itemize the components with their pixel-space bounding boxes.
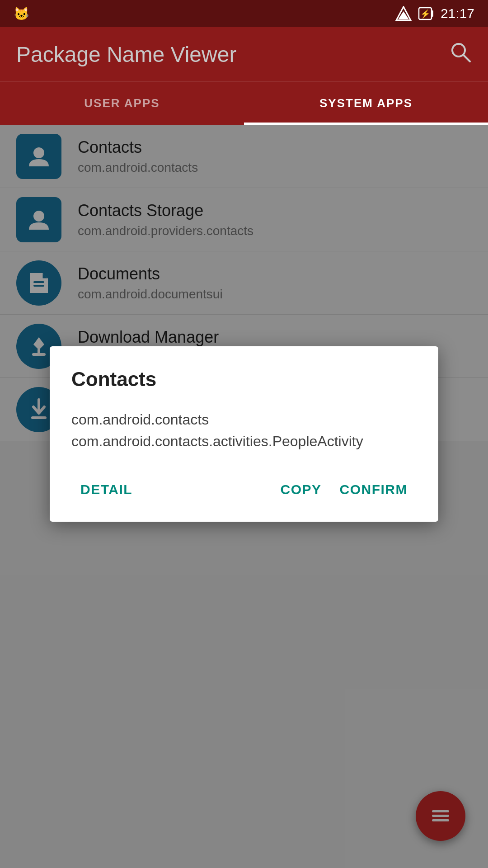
status-bar-left: 🐱 xyxy=(14,6,387,21)
svg-text:⚡: ⚡ xyxy=(420,9,431,19)
dialog-package: com.android.contacts xyxy=(71,411,209,428)
app-bar: Package Name Viewer xyxy=(0,27,488,81)
dialog: Contacts com.android.contacts com.androi… xyxy=(50,346,438,522)
svg-line-6 xyxy=(463,55,470,61)
tab-system-apps[interactable]: SYSTEM APPS xyxy=(244,82,488,125)
dialog-activity: com.android.contacts.activities.PeopleAc… xyxy=(71,433,363,449)
notification-icon: 🐱 xyxy=(14,6,29,21)
dialog-actions: DETAIL COPY CONFIRM xyxy=(71,474,417,505)
battery-icon: ⚡ xyxy=(418,6,434,21)
detail-button[interactable]: DETAIL xyxy=(71,474,141,505)
tab-bar: USER APPS SYSTEM APPS xyxy=(0,81,488,125)
copy-button[interactable]: COPY xyxy=(271,474,330,505)
search-button[interactable] xyxy=(449,41,472,68)
status-right: ⚡ 21:17 xyxy=(395,6,474,21)
confirm-button[interactable]: CONFIRM xyxy=(331,474,417,505)
signal-icon xyxy=(395,6,412,21)
dialog-content: com.android.contacts com.android.contact… xyxy=(71,409,417,452)
svg-rect-3 xyxy=(432,10,433,17)
dialog-title: Contacts xyxy=(71,368,417,391)
status-time: 21:17 xyxy=(441,6,474,21)
status-bar: 🐱 ⚡ 21:17 xyxy=(0,0,488,27)
app-title: Package Name Viewer xyxy=(16,42,236,67)
tab-user-apps[interactable]: USER APPS xyxy=(0,82,244,125)
